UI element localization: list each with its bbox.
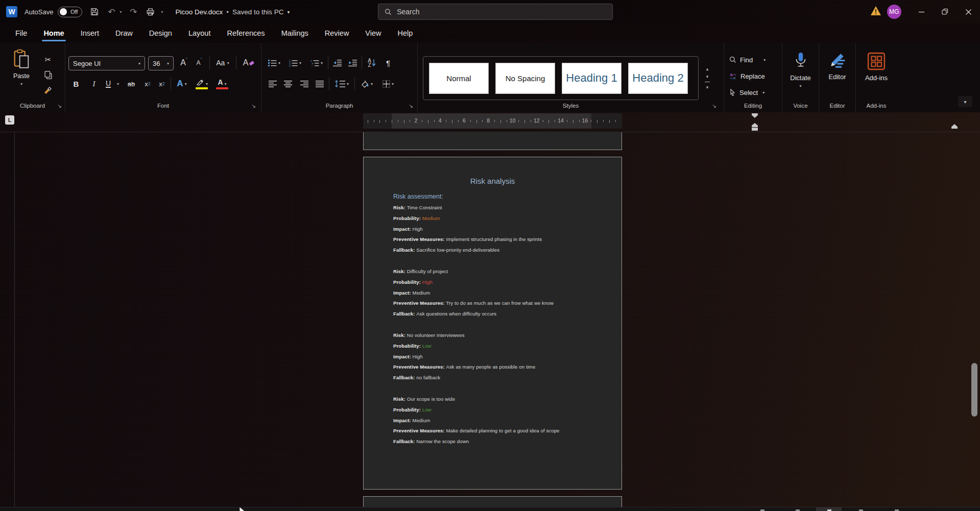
- text-effects-button[interactable]: A ▾: [174, 76, 190, 91]
- next-page-fragment[interactable]: [363, 496, 622, 507]
- account-avatar[interactable]: MG: [887, 5, 901, 19]
- align-center-button[interactable]: [281, 76, 295, 91]
- tab-help[interactable]: Help: [390, 23, 421, 43]
- editor-group: Editor Editor: [819, 43, 856, 112]
- document-page[interactable]: Risk analysis Risk assessment: Risk: Tim…: [363, 157, 622, 490]
- font-dialog-launcher[interactable]: ↘: [252, 103, 256, 109]
- paragraph-dialog-launcher[interactable]: ↘: [409, 103, 413, 109]
- italic-button[interactable]: I: [87, 76, 101, 91]
- paste-button[interactable]: Paste ▾: [9, 49, 34, 98]
- copy-button[interactable]: [42, 69, 54, 80]
- subscript-button[interactable]: x2: [141, 76, 154, 91]
- tab-references[interactable]: References: [219, 23, 273, 43]
- clipboard-dialog-launcher[interactable]: ↘: [58, 103, 62, 109]
- previous-page-fragment[interactable]: [363, 132, 622, 150]
- redo-icon[interactable]: ↷: [128, 7, 138, 17]
- tab-design[interactable]: Design: [141, 23, 180, 43]
- tab-review[interactable]: Review: [317, 23, 357, 43]
- font-color-button[interactable]: A ▾: [213, 76, 231, 91]
- styles-gallery-scroll[interactable]: ▴ ▾ ▾: [702, 56, 713, 100]
- format-painter-button[interactable]: [42, 85, 54, 95]
- tab-draw[interactable]: Draw: [107, 23, 141, 43]
- increase-indent-button[interactable]: [345, 55, 360, 70]
- cut-button[interactable]: ✂: [42, 54, 54, 65]
- hanging-indent-marker[interactable]: [752, 123, 758, 127]
- align-left-button[interactable]: [266, 76, 280, 91]
- search-input[interactable]: [397, 8, 606, 16]
- sort-button[interactable]: AZ: [364, 55, 380, 70]
- shrink-font-button[interactable]: Aˇ: [192, 55, 206, 70]
- tab-stop-selector[interactable]: L: [5, 115, 14, 125]
- multilevel-list-button[interactable]: 1 a i ▾: [307, 55, 326, 70]
- align-right-button[interactable]: [297, 76, 312, 91]
- undo-chevron-icon[interactable]: ▾: [119, 10, 122, 14]
- horizontal-ruler[interactable]: 246810121416: [363, 113, 622, 129]
- print-icon[interactable]: [145, 7, 155, 17]
- autosave-toggle[interactable]: Off: [58, 7, 82, 17]
- minimize-button[interactable]: [910, 0, 933, 23]
- warning-icon[interactable]: [870, 5, 882, 18]
- paste-chevron-icon: ▾: [20, 82, 22, 86]
- tab-layout[interactable]: Layout: [180, 23, 219, 43]
- right-indent-marker[interactable]: [951, 124, 958, 129]
- scrollbar-thumb[interactable]: [971, 363, 977, 417]
- collapse-ribbon-button[interactable]: ▾: [958, 96, 972, 107]
- tab-view[interactable]: View: [357, 23, 389, 43]
- justify-button[interactable]: [313, 76, 327, 91]
- decrease-indent-button[interactable]: [330, 55, 344, 70]
- borders-button[interactable]: ▾: [379, 76, 397, 91]
- show-paragraph-marks-button[interactable]: ¶: [382, 55, 394, 70]
- line-spacing-button[interactable]: ▾: [332, 76, 351, 91]
- grow-font-button[interactable]: Aˆ: [177, 55, 191, 70]
- select-button[interactable]: Select ▾: [729, 86, 764, 99]
- first-line-indent-marker[interactable]: [752, 113, 758, 118]
- editor-label: Editor: [829, 73, 846, 81]
- doc-line-fallback: Fallback: Narrow the scope down: [393, 436, 622, 447]
- document-title-area[interactable]: Picoo Dev.docx • Saved to this PC ▾: [175, 8, 290, 16]
- style-normal[interactable]: Normal: [429, 63, 489, 94]
- style-heading-1[interactable]: Heading 1: [562, 63, 622, 94]
- gallery-up-icon[interactable]: ▴: [706, 66, 709, 71]
- qat-more-chevron-icon[interactable]: ▾: [161, 10, 163, 14]
- numbering-button[interactable]: 1 2 3 ▾: [286, 55, 304, 70]
- search-bar[interactable]: [378, 4, 613, 20]
- strikethrough-button[interactable]: ab: [124, 76, 139, 91]
- ruler-tick: [410, 120, 410, 122]
- editing-group-label: Editing: [724, 103, 782, 109]
- style-heading-2[interactable]: Heading 2: [628, 63, 688, 94]
- paragraph-group: ▾ 1 2 3 ▾ 1 a i ▾: [261, 43, 418, 112]
- tab-insert[interactable]: Insert: [73, 23, 107, 43]
- close-button[interactable]: [957, 0, 980, 23]
- restore-button[interactable]: [933, 0, 957, 23]
- editor-button[interactable]: Editor: [819, 52, 855, 81]
- superscript-button[interactable]: x2: [155, 76, 169, 91]
- gallery-more-icon[interactable]: ▾: [706, 85, 709, 90]
- undo-icon[interactable]: ↶: [106, 7, 116, 17]
- styles-dialog-launcher[interactable]: ↘: [712, 103, 716, 109]
- find-button[interactable]: Find ▾: [729, 53, 766, 66]
- tab-file[interactable]: File: [7, 23, 35, 43]
- addins-button[interactable]: Add-ins: [856, 52, 897, 82]
- dictate-button[interactable]: Dictate ▾: [782, 52, 819, 88]
- save-icon[interactable]: [89, 7, 100, 17]
- left-indent-marker[interactable]: [752, 128, 758, 131]
- font-name-select[interactable]: Segoe UI ▾: [68, 56, 145, 70]
- ruler-tick: [591, 120, 591, 122]
- change-case-button[interactable]: Aa ▾: [212, 55, 233, 70]
- bullets-button[interactable]: ▾: [266, 55, 283, 70]
- bold-button[interactable]: B: [68, 76, 84, 91]
- highlight-color-button[interactable]: ▾: [193, 76, 210, 91]
- gallery-down-icon[interactable]: ▾: [706, 74, 709, 79]
- tab-mailings[interactable]: Mailings: [273, 23, 317, 43]
- clear-formatting-button[interactable]: A: [240, 55, 257, 70]
- svg-text:3: 3: [289, 64, 291, 67]
- underline-button[interactable]: U: [102, 76, 114, 91]
- tab-home[interactable]: Home: [35, 23, 72, 43]
- replace-button[interactable]: b c Replace: [729, 69, 765, 83]
- shading-button[interactable]: ▾: [357, 76, 376, 91]
- style-no-spacing[interactable]: No Spacing: [495, 63, 555, 94]
- vertical-scrollbar[interactable]: [971, 132, 978, 507]
- doc-line-preventive: Preventive Measures: Implement structure…: [393, 234, 622, 245]
- underline-chevron-icon[interactable]: ▾: [114, 76, 122, 91]
- font-size-select[interactable]: 36 ▾: [148, 56, 174, 70]
